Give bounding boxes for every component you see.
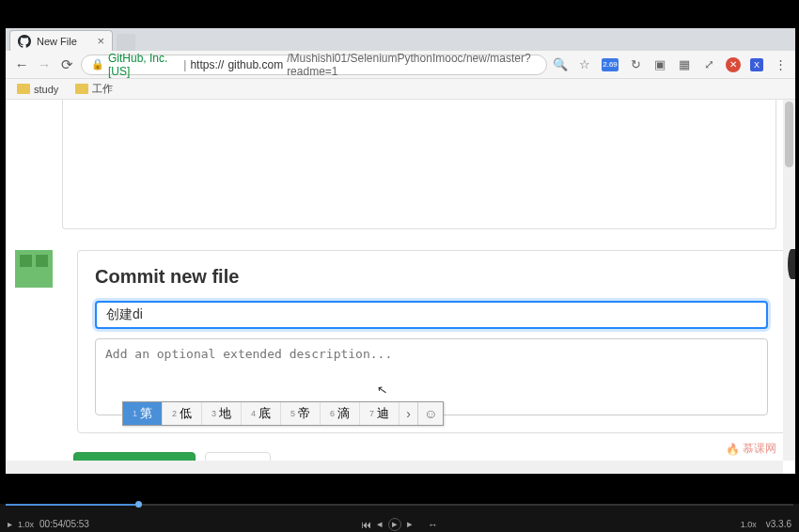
user-name-fragment: yu xyxy=(6,312,62,332)
tab-title: New File xyxy=(37,36,77,47)
side-handle[interactable] xyxy=(788,249,795,279)
ime-candidate-7[interactable]: 7迪 xyxy=(360,402,400,425)
browser-tab[interactable]: New File × xyxy=(9,30,113,51)
ime-candidate-6[interactable]: 6滴 xyxy=(321,402,360,425)
commit-heading: Commit new file xyxy=(95,266,768,288)
reload-button[interactable]: ⟳ xyxy=(58,56,75,73)
watermark: 🔥慕课网 xyxy=(726,441,776,457)
loop-button[interactable]: ↔ xyxy=(428,519,438,530)
speed-left[interactable]: 1.0x xyxy=(18,520,34,529)
url-org: GitHub, Inc. [US] xyxy=(108,52,180,78)
ime-candidate-bar[interactable]: 1第 2低 3地 4底 5帝 6滴 7迪 › ☺ xyxy=(122,401,444,426)
ext-badge[interactable]: 2.69 xyxy=(602,58,619,71)
step-forward-button[interactable]: ▸ xyxy=(407,518,413,530)
version-label: v3.3.6 xyxy=(766,519,791,529)
folder-icon xyxy=(75,84,88,94)
progress-track[interactable] xyxy=(6,504,793,506)
avatar[interactable] xyxy=(15,250,53,288)
back-button[interactable]: ← xyxy=(13,56,30,73)
url-path: /Mushishi01/SeleniumPythonImooc/new/mast… xyxy=(287,52,537,78)
ext-icon-1[interactable]: ↻ xyxy=(628,57,643,72)
file-editor-area[interactable] xyxy=(62,100,776,229)
browser-window: New File × ← → ⟳ 🔒 GitHub, Inc. [US] | h… xyxy=(6,28,795,474)
github-icon xyxy=(18,35,31,48)
ime-candidate-4[interactable]: 4底 xyxy=(242,402,281,425)
speed-right[interactable]: 1.0x xyxy=(741,520,757,529)
ext-icon-close[interactable]: ✕ xyxy=(726,57,741,72)
page-content: yu Commit new file Commit new file Cance… xyxy=(6,100,795,474)
play-button[interactable]: ▸ xyxy=(388,518,401,531)
play-indicator[interactable]: ▸ xyxy=(8,519,12,529)
tab-close-icon[interactable]: × xyxy=(97,34,104,48)
video-player-bar: ▸ 1.0x 00:54/05:53 ⏮ ◂ ▸ ▸ ↔ 1.0x v3.3.6 xyxy=(0,504,799,532)
menu-icon[interactable]: ⋮ xyxy=(773,57,788,72)
step-back-button[interactable]: ◂ xyxy=(377,518,383,530)
ext-icon-blue[interactable]: X xyxy=(750,58,763,71)
folder-icon xyxy=(17,84,30,94)
bookmark-work[interactable]: 工作 xyxy=(75,82,113,96)
forward-button[interactable]: → xyxy=(36,56,53,73)
ext-icon-2[interactable]: ▣ xyxy=(652,57,667,72)
url-host: github.com xyxy=(227,58,283,71)
address-bar: ← → ⟳ 🔒 GitHub, Inc. [US] | https://gith… xyxy=(6,51,795,79)
zoom-icon[interactable]: 🔍 xyxy=(553,57,568,72)
url-input[interactable]: 🔒 GitHub, Inc. [US] | https://github.com… xyxy=(81,55,547,75)
new-tab-button[interactable] xyxy=(117,34,135,51)
vertical-scrollbar[interactable] xyxy=(783,100,795,461)
ime-candidate-1[interactable]: 1第 xyxy=(123,402,163,425)
commit-summary-input[interactable] xyxy=(95,301,768,329)
video-frame: 双拼 — ☐ ✕ New File × ← → ⟳ 🔒 GitHub, Inc.… xyxy=(0,0,799,532)
progress-handle[interactable] xyxy=(135,501,142,508)
ext-icon-3[interactable]: ▦ xyxy=(677,57,692,72)
ext-icon-4[interactable]: ⤢ xyxy=(701,57,716,72)
star-icon[interactable]: ☆ xyxy=(577,57,592,72)
address-actions: 🔍 ☆ 2.69 ↻ ▣ ▦ ⤢ ✕ X ⋮ xyxy=(553,57,788,72)
ime-candidate-3[interactable]: 3地 xyxy=(202,402,242,425)
tab-bar: New File × xyxy=(6,28,795,51)
ime-next-page[interactable]: › xyxy=(400,402,418,425)
prev-button[interactable]: ⏮ xyxy=(361,519,371,530)
ime-candidate-5[interactable]: 5帝 xyxy=(281,402,321,425)
scroll-thumb[interactable] xyxy=(785,102,793,167)
progress-fill xyxy=(6,504,135,506)
horizontal-scrollbar[interactable] xyxy=(6,461,783,474)
left-rail: yu xyxy=(15,109,62,433)
bookmark-study[interactable]: study xyxy=(17,84,58,95)
bookmark-bar: study 工作 xyxy=(6,79,795,100)
ime-candidate-2[interactable]: 2低 xyxy=(163,402,202,425)
time-display: 00:54/05:53 xyxy=(39,519,89,529)
ime-emoji-button[interactable]: ☺ xyxy=(418,402,443,425)
url-scheme: https:// xyxy=(190,58,224,71)
lock-icon: 🔒 xyxy=(91,58,104,70)
